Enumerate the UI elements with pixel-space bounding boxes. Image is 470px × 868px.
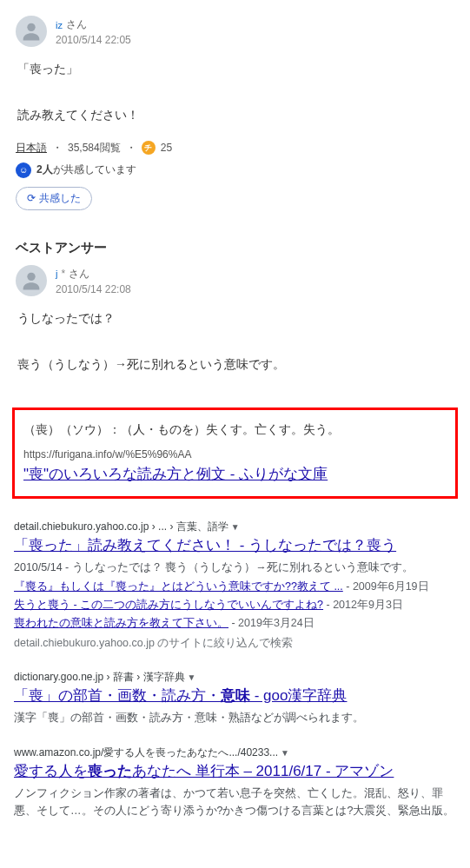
- definition-link[interactable]: "喪"のいろいろな読み方と例文 - ふりがな文庫: [23, 466, 328, 482]
- asker-row: iz さん 2010/5/14 22:05: [16, 16, 454, 47]
- asker-meta: iz さん 2010/5/14 22:05: [56, 16, 131, 46]
- dropdown-icon[interactable]: ▼: [231, 522, 240, 532]
- answerer-meta: j * さん 2010/5/14 22:08: [56, 265, 131, 295]
- related-question-link[interactable]: 失うと喪う - この二つの読み方にうしなうでいいんですよね?: [14, 599, 323, 611]
- sympathize-button[interactable]: ⟳ 共感した: [16, 187, 92, 210]
- kanji-definition: （喪）（ソウ）：（人・ものを）失くす。亡くす。失う。: [23, 422, 447, 438]
- result-subline: 喪われたの意味と読み方を教えて下さい。 - 2019年3月24日: [14, 616, 456, 631]
- answerer-censor: *: [61, 268, 65, 280]
- answerer-suffix: さん: [69, 267, 89, 282]
- sympathizers-count: 2人: [36, 163, 53, 176]
- view-count: 35,584閲覧: [68, 141, 121, 156]
- asker-suffix: さん: [66, 17, 87, 32]
- coin-count: 25: [161, 142, 172, 154]
- asker-avatar[interactable]: [16, 16, 47, 47]
- search-result: www.amazon.co.jp/愛する人を喪ったあなたへ.../40233..…: [14, 745, 456, 819]
- result-title-link[interactable]: 愛する人を喪ったあなたへ 単行本 – 2011/6/17 - アマゾン: [14, 762, 394, 781]
- question-block: iz さん 2010/5/14 22:05 「喪った」 読み教えてください！ 日…: [0, 0, 470, 219]
- result-snippet: 漢字「喪」の部首・画数・読み方・意味・熟語などが調べられます。: [14, 709, 456, 726]
- person-icon: [19, 268, 43, 293]
- answerer-id[interactable]: j: [56, 268, 57, 279]
- svg-point-0: [27, 23, 35, 31]
- answerer-avatar[interactable]: [16, 265, 47, 296]
- search-results: detail.chiebukuro.yahoo.co.jp › ... › 言葉…: [0, 514, 470, 849]
- result-title-link[interactable]: 「喪った」読み教えてください！ - うしなったでは？喪う: [14, 536, 396, 555]
- related-question-link[interactable]: 喪われたの意味と読み方を教えて下さい。: [14, 617, 228, 629]
- result-breadcrumb: dictionary.goo.ne.jp › 辞書 › 漢字辞典 ▼: [14, 670, 456, 685]
- dropdown-icon[interactable]: ▼: [281, 748, 289, 758]
- answerer-row: j * さん 2010/5/14 22:08: [16, 265, 454, 296]
- sympathy-icon: ☺: [16, 162, 31, 178]
- result-subline: 『喪る』もしくは『喪った』とはどういう意味ですか??教えて ... - 2009…: [14, 580, 456, 594]
- best-answer-title: ベストアンサー: [16, 240, 454, 256]
- meta-sep2: ・: [126, 141, 136, 156]
- answer-line2: 喪う（うしなう）→死に別れるという意味です。: [17, 353, 453, 376]
- question-body: 「喪った」 読み教えてください！: [17, 57, 453, 127]
- result-subline: 失うと喪う - この二つの読み方にうしなうでいいんですよね? - 2012年9月…: [14, 598, 456, 613]
- sympathy-row: ☺ 2人が共感しています: [16, 162, 454, 178]
- answer-line1: うしなったでは？: [17, 307, 453, 330]
- svg-point-1: [27, 272, 35, 280]
- coin-icon: チ: [142, 141, 156, 155]
- dropdown-icon[interactable]: ▼: [188, 673, 196, 682]
- question-meta-row: 日本語 ・ 35,584閲覧 ・ チ 25: [16, 141, 454, 156]
- best-answer-block: ベストアンサー j * さん 2010/5/14 22:08 うしなったでは？ …: [0, 240, 470, 402]
- result-breadcrumb: detail.chiebukuro.yahoo.co.jp › ... › 言葉…: [14, 520, 456, 534]
- asker-id[interactable]: iz: [56, 20, 63, 30]
- definition-url: https://furigana.info/w/%E5%96%AA: [23, 448, 447, 461]
- question-line1: 「喪った」: [17, 57, 453, 81]
- related-date: 2012年9月3日: [333, 599, 403, 611]
- answer-body: うしなったでは？ 喪う（うしなう）→死に別れるという意味です。: [17, 307, 453, 376]
- meta-sep: ・: [52, 141, 63, 156]
- breadcrumb-text: detail.chiebukuro.yahoo.co.jp › ... › 言葉…: [14, 520, 228, 534]
- result-snippet: 2010/5/14 - うしなったでは？ 喪う（うしなう）→死に別れるという意味…: [14, 559, 456, 576]
- related-question-link[interactable]: 『喪る』もしくは『喪った』とはどういう意味ですか??教えて ...: [14, 580, 343, 593]
- highlighted-definition-box: （喪）（ソウ）：（人・ものを）失くす。亡くす。失う。 https://furig…: [12, 407, 458, 499]
- question-line2: 読み教えてください！: [17, 103, 453, 127]
- sympathize-label: 共感した: [39, 191, 81, 206]
- answer-timestamp: 2010/5/14 22:08: [56, 283, 131, 295]
- search-result: dictionary.goo.ne.jp › 辞書 › 漢字辞典 ▼ 「喪」の部…: [14, 670, 456, 726]
- result-snippet: ノンフィクション作家の著者は、かつて若い息子を突然、亡くした。混乱、怒り、罪悪、…: [14, 785, 456, 819]
- person-icon: [19, 19, 43, 43]
- more-from-site[interactable]: detail.chiebukuro.yahoo.co.jp のサイトに絞り込んで…: [14, 636, 456, 651]
- sympathizers-text: が共感しています: [53, 163, 136, 176]
- related-date: 2019年3月24日: [238, 617, 314, 629]
- refresh-icon: ⟳: [27, 192, 36, 204]
- breadcrumb-text: dictionary.goo.ne.jp › 辞書 › 漢字辞典: [14, 670, 185, 685]
- result-title-link[interactable]: 「喪」の部首・画数・読み方・意味 - goo漢字辞典: [14, 686, 347, 706]
- related-date: 2009年6月19日: [353, 580, 429, 593]
- result-breadcrumb: www.amazon.co.jp/愛する人を喪ったあなたへ.../40233..…: [14, 745, 456, 760]
- search-result: detail.chiebukuro.yahoo.co.jp › ... › 言葉…: [14, 520, 456, 651]
- question-timestamp: 2010/5/14 22:05: [56, 34, 131, 46]
- category-link[interactable]: 日本語: [16, 141, 47, 156]
- breadcrumb-text: www.amazon.co.jp/愛する人を喪ったあなたへ.../40233..…: [14, 745, 278, 760]
